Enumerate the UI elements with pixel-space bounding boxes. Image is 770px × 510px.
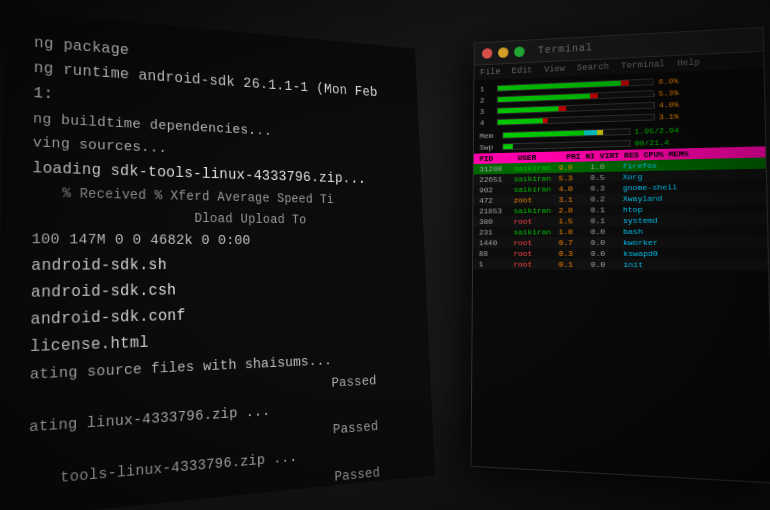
proc-row: 1440 root 0.7 0.0 kworker [473,236,767,248]
maximize-dot[interactable] [514,46,525,57]
mem-bar [502,128,630,139]
cpu-label-1: 1 [480,84,497,93]
proc-user: saikiran [514,174,555,183]
proc-mem: 0.5 [590,173,618,182]
proc-mem: 0.2 [590,194,618,203]
proc-cpu: 5.3 [559,173,587,182]
cpu-percent-3: 4.0% [659,99,695,109]
swp-bar [502,140,630,150]
mem-info: 1.95/2.94 [634,126,679,136]
proc-user: saikiran [514,227,555,236]
cpu-label-4: 4 [480,118,497,127]
proc-name: kswapd0 [623,249,761,258]
proc-pid: 21853 [479,206,510,215]
proc-cpu: 0.1 [559,260,587,269]
cpu-section: 1 6.0% 2 5.3% 3 [474,70,765,131]
proc-name: bash [623,226,761,236]
proc-user: root [513,238,554,247]
swp-label: Swp [480,142,503,151]
minimize-dot[interactable] [498,47,508,58]
proc-pid: 902 [479,185,510,194]
proc-cpu: 9.0 [559,163,587,172]
proc-pid: 231 [479,228,510,237]
proc-user: saikiran [514,185,555,194]
header-user: USER [518,152,559,162]
proc-user: saikiran [514,163,555,173]
cpu-percent-1: 6.0% [658,76,694,86]
htop-content: 1 6.0% 2 5.3% 3 [473,68,768,273]
proc-mem: 0.0 [591,238,619,247]
close-dot[interactable] [482,48,492,59]
proc-mem: 0.1 [590,216,618,225]
proc-mem: 1.0 [590,162,618,171]
proc-cpu: 0.7 [559,238,587,247]
proc-cpu: 4.0 [559,184,587,193]
cpu-label-3: 3 [480,107,497,116]
foreground-terminal: Terminal File Edit View Search Terminal … [471,27,770,484]
proc-pid: 1 [479,260,510,269]
header-pid: PID [479,154,510,163]
proc-user: saikiran [514,206,555,215]
menu-edit[interactable]: Edit [512,66,533,76]
proc-name: htop [623,204,760,215]
proc-pid: 22651 [479,175,510,184]
terminal-line: 100 147M 0 0 4682k 0 0:00 [31,228,402,253]
proc-mem: 0.0 [591,260,620,269]
cpu-label-2: 2 [480,95,497,104]
proc-pid: 31208 [479,164,510,173]
cpu-bar-4 [497,114,655,126]
menu-help[interactable]: Help [677,58,700,69]
proc-name: init [623,260,761,270]
background-terminal: ng package ng runtime android-sdk 26.1.1… [0,10,435,510]
menu-file[interactable]: File [480,67,500,77]
proc-mem: 0.1 [590,205,618,214]
proc-name: kworker [623,238,761,247]
proc-row: 88 root 0.3 0.0 kswapd0 [473,248,768,259]
window-title: Terminal [538,43,593,56]
proc-pid: 1440 [479,238,510,247]
menu-view[interactable]: View [544,64,565,74]
scene: ng package ng runtime android-sdk 26.1.1… [0,0,770,510]
proc-row: 1 root 0.1 0.0 init [473,259,768,271]
menu-terminal[interactable]: Terminal [621,59,665,71]
proc-pid: 380 [479,217,510,226]
proc-user: root [514,217,555,226]
menu-search[interactable]: Search [577,62,609,73]
proc-mem: 0.3 [590,183,618,192]
proc-cpu: 2.0 [559,206,587,215]
proc-pid: 88 [479,249,510,258]
proc-cpu: 1.5 [559,216,587,225]
process-list: 31208 saikiran 9.0 1.0 firefox 22651 sai… [473,157,768,270]
proc-user: zoot [514,195,555,204]
proc-user: root [513,249,554,258]
proc-user: root [513,260,554,269]
proc-cpu: 1.0 [559,227,587,236]
proc-cpu: 3.1 [559,195,587,204]
cpu-percent-4: 3.1% [659,111,695,121]
mem-label: Mem [480,131,503,140]
proc-cpu: 0.3 [559,249,587,258]
cpu-percent-2: 5.3% [659,87,695,97]
proc-mem: 0.0 [591,249,620,258]
proc-mem: 0.0 [591,227,619,236]
swp-info: 00/21.4 [635,138,670,148]
proc-name: Xwayland [623,192,760,203]
proc-name: systemd [623,215,761,225]
proc-pid: 472 [479,196,510,205]
